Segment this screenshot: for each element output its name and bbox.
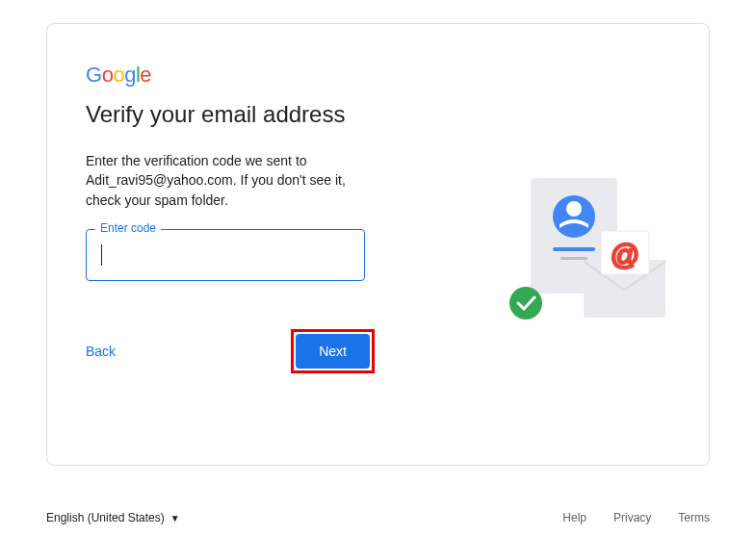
svg-text:@: @ [611, 239, 639, 270]
verify-illustration: @ [487, 168, 680, 342]
back-button[interactable]: Back [86, 336, 116, 367]
logo-letter-o2: o [113, 63, 124, 87]
svg-rect-4 [560, 257, 587, 260]
chevron-down-icon: ▼ [170, 513, 180, 523]
next-button[interactable]: Next [296, 334, 370, 369]
language-select[interactable]: English (United States) ▼ [46, 511, 180, 524]
code-input[interactable] [86, 229, 365, 281]
privacy-link[interactable]: Privacy [613, 511, 651, 524]
footer: English (United States) ▼ Help Privacy T… [46, 511, 710, 524]
google-logo: Google [86, 63, 670, 88]
code-input-label: Enter code [95, 221, 161, 235]
description-text: Enter the verification code we sent to A… [86, 151, 375, 210]
help-link[interactable]: Help [562, 511, 587, 524]
page-title: Verify your email address [86, 101, 670, 128]
text-cursor [101, 244, 102, 266]
logo-letter-g1: G [86, 63, 102, 87]
logo-letter-o1: o [102, 63, 114, 87]
code-input-wrap: Enter code [86, 229, 365, 281]
action-row: Back Next [86, 329, 375, 373]
terms-link[interactable]: Terms [678, 511, 710, 524]
svg-point-9 [509, 287, 542, 319]
footer-links: Help Privacy Terms [562, 511, 710, 524]
language-label: English (United States) [46, 511, 165, 524]
svg-point-2 [566, 201, 582, 217]
logo-letter-e: e [140, 63, 151, 87]
signup-card: Google Verify your email address Enter t… [46, 23, 710, 466]
next-button-highlight: Next [291, 329, 375, 373]
svg-rect-3 [553, 247, 595, 251]
logo-letter-g2: g [124, 63, 136, 87]
